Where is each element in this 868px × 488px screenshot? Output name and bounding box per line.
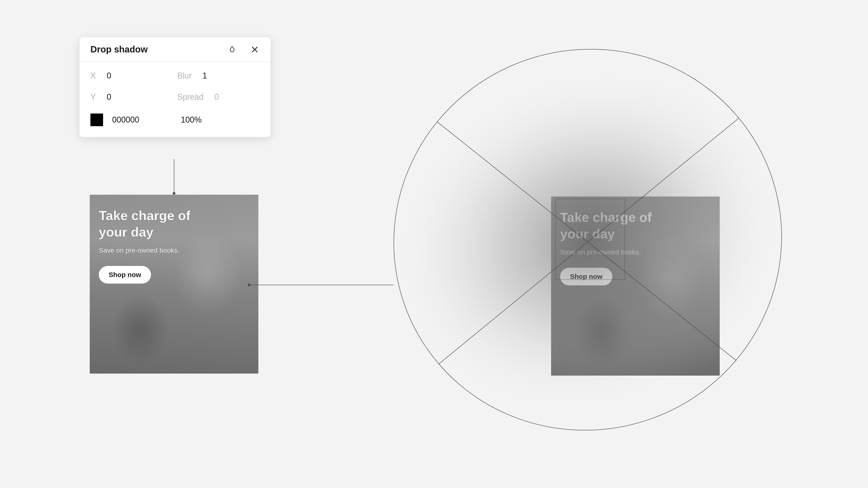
label-x: X <box>90 71 96 81</box>
panel-header-actions <box>227 44 260 55</box>
card-sub-left: Save on pre-owned books. <box>99 246 249 254</box>
color-opacity: 100% <box>181 115 202 125</box>
card-inner: Take charge of your day Save on pre-owne… <box>551 196 720 376</box>
card-preview-left: Take charge of your day Save on pre-owne… <box>90 195 258 373</box>
label-blur: Blur <box>177 71 192 81</box>
field-y[interactable]: Y 0 <box>90 92 163 102</box>
panel-title: Drop shadow <box>90 44 148 55</box>
color-hex: 000000 <box>112 115 172 125</box>
panel-header: Drop shadow <box>80 37 271 62</box>
value-x: 0 <box>107 71 111 81</box>
card-title-right: Take charge of your day <box>560 209 678 242</box>
field-x[interactable]: X 0 <box>90 71 163 81</box>
field-color[interactable]: 000000 100% <box>90 114 260 126</box>
label-y: Y <box>90 92 96 102</box>
card-title-left: Take charge of your day <box>99 207 216 240</box>
canvas: Drop shadow X 0 <box>0 0 868 488</box>
shop-now-button-left[interactable]: Shop now <box>99 266 151 283</box>
shop-now-button-right[interactable]: Shop now <box>560 268 612 285</box>
close-icon[interactable] <box>250 44 260 55</box>
svg-point-7 <box>173 192 176 195</box>
row-y-spread: Y 0 Spread 0 <box>90 92 260 102</box>
row-xy-blur: X 0 Blur 1 <box>90 71 260 81</box>
value-blur: 1 <box>203 71 207 81</box>
field-spread[interactable]: Spread 0 <box>177 92 258 102</box>
card-sub-right: Save on pre-owned books. <box>560 248 711 256</box>
label-spread: Spread <box>177 92 204 102</box>
color-swatch[interactable] <box>90 114 103 126</box>
blend-mode-icon[interactable] <box>227 44 237 55</box>
value-spread: 0 <box>214 92 219 102</box>
card-inner: Take charge of your day Save on pre-owne… <box>90 195 258 373</box>
panel-body: X 0 Blur 1 Y 0 Spread 0 <box>80 62 271 137</box>
field-blur[interactable]: Blur 1 <box>177 71 258 81</box>
card-preview-right: Take charge of your day Save on pre-owne… <box>551 196 720 376</box>
value-y: 0 <box>107 92 111 102</box>
drop-shadow-panel: Drop shadow X 0 <box>80 37 271 137</box>
